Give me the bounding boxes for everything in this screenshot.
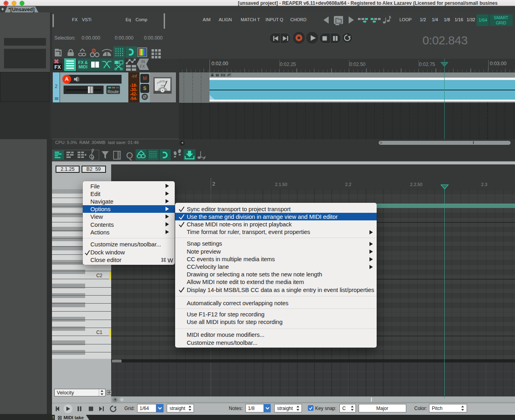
svg-text:FX &: FX & <box>78 60 88 65</box>
svg-text:FX: FX <box>221 73 226 77</box>
svg-text:IN: IN <box>141 60 145 64</box>
svg-text:MIDI: MIDI <box>78 64 87 69</box>
svg-text:FX: FX <box>140 64 145 69</box>
svg-text:FX: FX <box>54 64 61 70</box>
svg-text:Q: Q <box>126 150 133 160</box>
svg-text:M: M <box>216 73 219 77</box>
